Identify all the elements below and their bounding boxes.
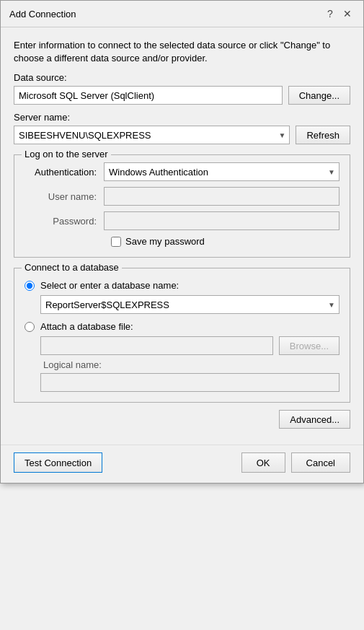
server-name-select[interactable]: SIBEESHVENU\SQLEXPRESS xyxy=(14,126,290,144)
password-row: Password: xyxy=(25,211,339,230)
attach-db-radio[interactable] xyxy=(25,322,35,332)
title-bar: Add Connection ? ✕ xyxy=(1,1,363,27)
description-text: Enter information to connect to the sele… xyxy=(14,39,350,65)
select-db-radio[interactable] xyxy=(25,281,35,291)
title-bar-left: Add Connection xyxy=(9,9,76,19)
dialog-title: Add Connection xyxy=(9,9,76,19)
advanced-button[interactable]: Advanced... xyxy=(279,410,350,429)
logical-name-input[interactable] xyxy=(40,373,339,392)
select-db-radio-label: Select or enter a database name: xyxy=(40,280,179,291)
datasource-input[interactable] xyxy=(14,86,283,105)
browse-button[interactable]: Browse... xyxy=(279,336,339,355)
database-select-wrapper: ReportServer$SQLEXPRESS ▼ xyxy=(40,295,339,314)
attach-file-row: Browse... xyxy=(40,336,339,355)
attach-db-radio-label: Attach a database file: xyxy=(40,321,133,332)
logical-name-label: Logical name: xyxy=(40,359,339,370)
username-input[interactable] xyxy=(104,187,339,206)
save-password-label: Save my password xyxy=(125,236,205,247)
authentication-select[interactable]: Windows AuthenticationSQL Server Authent… xyxy=(104,162,339,181)
add-connection-dialog: Add Connection ? ✕ Enter information to … xyxy=(0,0,364,484)
refresh-button[interactable]: Refresh xyxy=(296,126,350,144)
datasource-section: Data source: Change... xyxy=(14,72,350,105)
server-name-label: Server name: xyxy=(14,112,350,123)
footer-buttons: Test Connection OK Cancel xyxy=(1,445,363,483)
connect-db-content: Select or enter a database name: ReportS… xyxy=(25,276,339,392)
logon-group: Log on to the server Authentication: Win… xyxy=(14,154,350,258)
authentication-select-wrapper: Windows AuthenticationSQL Server Authent… xyxy=(104,162,339,181)
password-label: Password: xyxy=(25,216,104,227)
help-button[interactable]: ? xyxy=(323,6,337,21)
password-input[interactable] xyxy=(104,211,339,230)
title-bar-actions: ? ✕ xyxy=(323,6,355,21)
datasource-row: Change... xyxy=(14,86,350,105)
attach-db-radio-row: Attach a database file: xyxy=(25,321,339,332)
advanced-row: Advanced... xyxy=(14,410,350,433)
server-name-section: Server name: SIBEESHVENU\SQLEXPRESS ▼ Re… xyxy=(14,112,350,144)
logical-name-input-wrapper xyxy=(40,373,339,392)
save-password-checkbox[interactable] xyxy=(111,237,121,247)
ok-cancel-buttons: OK Cancel xyxy=(241,452,350,473)
username-row: User name: xyxy=(25,187,339,206)
connect-db-group-title: Connect to a database xyxy=(22,262,122,273)
datasource-label: Data source: xyxy=(14,72,350,83)
cancel-button[interactable]: Cancel xyxy=(291,452,350,473)
authentication-label: Authentication: xyxy=(25,167,104,178)
dialog-content: Enter information to connect to the sele… xyxy=(1,27,363,442)
database-select[interactable]: ReportServer$SQLEXPRESS xyxy=(40,295,339,314)
save-password-row: Save my password xyxy=(25,236,339,247)
username-label: User name: xyxy=(25,191,104,202)
connect-db-group: Connect to a database Select or enter a … xyxy=(14,268,350,403)
authentication-row: Authentication: Windows AuthenticationSQ… xyxy=(25,162,339,181)
test-connection-button[interactable]: Test Connection xyxy=(14,452,102,473)
server-name-select-wrapper: SIBEESHVENU\SQLEXPRESS ▼ xyxy=(14,126,290,144)
logon-group-title: Log on to the server xyxy=(22,149,111,159)
attach-file-input[interactable] xyxy=(40,336,273,355)
close-button[interactable]: ✕ xyxy=(340,6,355,21)
database-select-row: ReportServer$SQLEXPRESS ▼ xyxy=(40,295,339,314)
server-name-row: SIBEESHVENU\SQLEXPRESS ▼ Refresh xyxy=(14,126,350,144)
ok-button[interactable]: OK xyxy=(241,452,285,473)
select-db-radio-row: Select or enter a database name: xyxy=(25,280,339,291)
change-button[interactable]: Change... xyxy=(288,86,350,105)
